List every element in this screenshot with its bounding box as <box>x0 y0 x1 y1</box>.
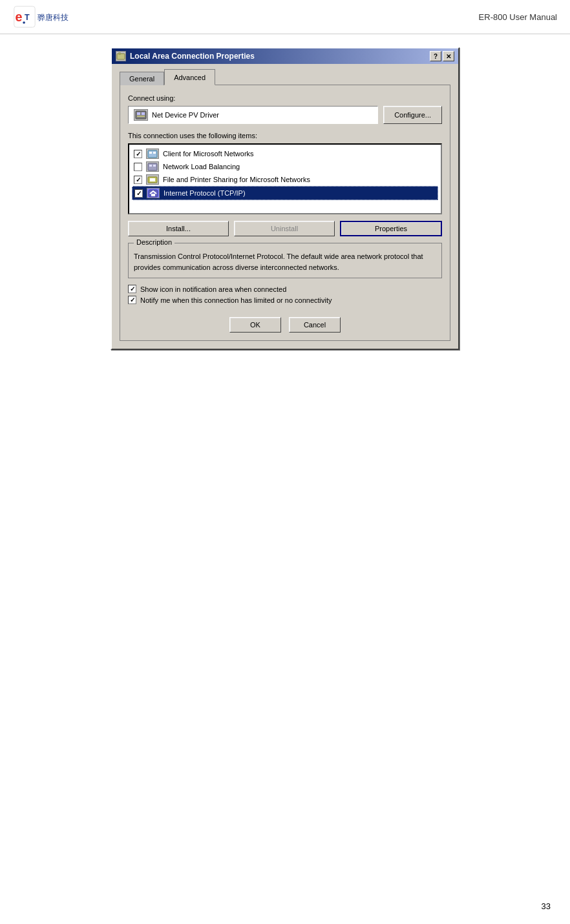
page-number: 33 <box>542 901 551 911</box>
item-label-2: Network Load Balancing <box>163 163 240 170</box>
title-buttons: ? ✕ <box>430 51 454 61</box>
dialog: Local Area Connection Properties ? ✕ Gen… <box>111 47 459 350</box>
tab-general[interactable]: General <box>120 72 164 85</box>
item-label-4: Internet Protocol (TCP/IP) <box>164 189 246 197</box>
properties-button[interactable]: Properties <box>340 221 442 236</box>
tab-advanced[interactable]: Advanced <box>164 69 215 85</box>
driver-box: Net Device PV Driver <box>128 106 378 124</box>
page-header: e T 骅唐科技 ER-800 User Manual <box>0 0 570 34</box>
driver-icon <box>134 109 148 121</box>
item-checkbox-1[interactable] <box>134 150 142 158</box>
install-button[interactable]: Install... <box>128 221 229 236</box>
item-icon-4 <box>147 188 160 198</box>
svg-rect-16 <box>153 165 156 167</box>
items-label: This connection uses the following items… <box>128 132 442 139</box>
dialog-icon <box>116 51 126 61</box>
item-icon-3 <box>146 174 159 185</box>
tab-strip: General Advanced <box>120 70 450 85</box>
description-group: Description Transmission Control Protoco… <box>128 243 442 278</box>
notify-label: Notify me when this connection has limit… <box>140 296 332 304</box>
description-legend: Description <box>134 238 174 246</box>
driver-name: Net Device PV Driver <box>152 111 219 119</box>
svg-text:e: e <box>16 10 23 24</box>
close-button[interactable]: ✕ <box>443 51 454 61</box>
svg-rect-5 <box>117 54 125 59</box>
list-item: File and Printer Sharing for Microsoft N… <box>132 173 438 186</box>
bottom-checks: Show icon in notification area when conn… <box>128 285 442 304</box>
check-row-2: Notify me when this connection has limit… <box>128 296 442 304</box>
logo-icon: e T 骅唐科技 <box>13 5 71 28</box>
svg-rect-10 <box>137 116 145 117</box>
svg-rect-8 <box>137 112 140 115</box>
connect-using-row: Net Device PV Driver Configure... <box>128 106 442 124</box>
svg-rect-18 <box>150 178 155 181</box>
item-label-1: Client for Microsoft Networks <box>163 150 254 158</box>
dialog-footer: OK Cancel <box>128 312 442 333</box>
svg-rect-15 <box>149 165 152 167</box>
item-icon-2 <box>146 161 159 172</box>
uninstall-button[interactable]: Uninstall <box>234 221 335 236</box>
item-icon-1 <box>146 149 159 159</box>
svg-rect-20 <box>151 194 155 196</box>
svg-rect-13 <box>153 152 156 154</box>
item-checkbox-2[interactable] <box>134 163 142 171</box>
list-item: Network Load Balancing <box>132 160 438 173</box>
description-text: Transmission Control Protocol/Internet P… <box>134 251 436 272</box>
items-section: This connection uses the following items… <box>128 132 442 214</box>
list-item[interactable]: Internet Protocol (TCP/IP) <box>132 186 438 200</box>
svg-rect-12 <box>149 152 152 154</box>
dialog-title: Local Area Connection Properties <box>130 52 255 61</box>
manual-title: ER-800 User Manual <box>479 12 557 22</box>
svg-text:骅唐科技: 骅唐科技 <box>37 13 69 21</box>
action-buttons: Install... Uninstall Properties <box>128 221 442 236</box>
dialog-body: General Advanced Connect using: <box>112 64 458 349</box>
logo: e T 骅唐科技 <box>13 5 71 28</box>
show-icon-label: Show icon in notification area when conn… <box>140 285 286 293</box>
cancel-button[interactable]: Cancel <box>289 317 341 333</box>
svg-rect-9 <box>142 112 145 115</box>
tab-content: Connect using: Net Dev <box>120 85 450 341</box>
help-button[interactable]: ? <box>430 51 441 61</box>
page-content: Local Area Connection Properties ? ✕ Gen… <box>0 34 570 350</box>
ok-button[interactable]: OK <box>229 317 281 333</box>
show-icon-checkbox[interactable] <box>128 285 136 293</box>
title-bar-left: Local Area Connection Properties <box>116 51 255 61</box>
logo-area: e T 骅唐科技 <box>13 5 71 28</box>
items-list: Client for Microsoft Networks <box>128 143 442 214</box>
item-checkbox-3[interactable] <box>134 176 142 184</box>
svg-point-3 <box>23 21 25 24</box>
list-item: Client for Microsoft Networks <box>132 147 438 160</box>
svg-rect-11 <box>148 150 157 158</box>
configure-button[interactable]: Configure... <box>383 106 442 124</box>
svg-rect-6 <box>118 52 121 55</box>
svg-rect-14 <box>148 163 157 170</box>
svg-text:T: T <box>25 13 30 22</box>
item-checkbox-4[interactable] <box>134 189 143 198</box>
item-label-3: File and Printer Sharing for Microsoft N… <box>163 176 310 183</box>
title-bar: Local Area Connection Properties ? ✕ <box>112 48 458 64</box>
check-row-1: Show icon in notification area when conn… <box>128 285 442 293</box>
notify-checkbox[interactable] <box>128 296 136 304</box>
connect-using-label: Connect using: <box>128 94 442 102</box>
